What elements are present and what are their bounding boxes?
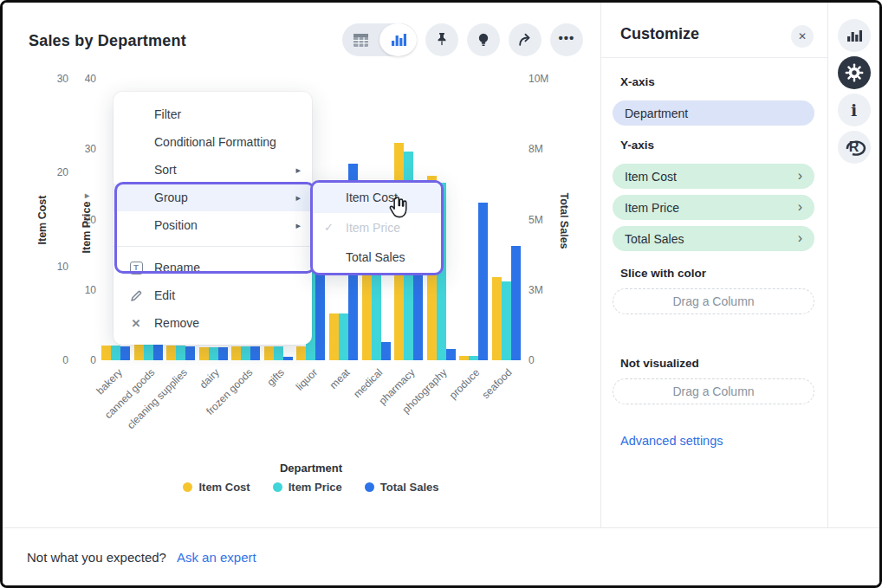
bar-item-price-canned-goods[interactable] <box>144 345 153 360</box>
more-ellipsis-icon: ••• <box>559 30 575 50</box>
bar-item-cost-dairy[interactable] <box>199 347 209 360</box>
bar-total-sales-seafood[interactable] <box>511 246 521 360</box>
chevron-right-icon: › <box>798 200 802 216</box>
bar-total-sales-cleaning-supplies[interactable] <box>185 346 195 360</box>
y-axis-pill-total-sales[interactable]: Total Sales› <box>613 226 814 251</box>
bar-item-cost-gifts[interactable] <box>264 346 274 360</box>
bar-item-cost-frozen-goods[interactable] <box>231 346 241 360</box>
share-icon <box>516 31 534 48</box>
bar-item-price-frozen-goods[interactable] <box>241 346 250 360</box>
advanced-settings-link[interactable]: Advanced settings <box>620 434 723 448</box>
submenu-item-label: Total Sales <box>346 250 405 264</box>
tick-label: 8M <box>529 143 543 155</box>
page-title: Sales by Department <box>29 32 186 50</box>
bar-total-sales-medical[interactable] <box>381 342 391 360</box>
footer-question: Not what you expected? <box>27 550 166 565</box>
share-button[interactable] <box>509 23 542 56</box>
slice-color-dropzone[interactable]: Drag a Column <box>613 288 814 314</box>
bar-total-sales-canned-goods[interactable] <box>153 345 163 360</box>
bar-item-price-bakery[interactable] <box>111 346 120 360</box>
bar-total-sales-frozen-goods[interactable] <box>250 346 260 360</box>
legend-item-total-sales[interactable]: Total Sales <box>365 481 439 494</box>
table-view-button[interactable] <box>342 23 379 56</box>
bar-item-cost-produce[interactable] <box>459 356 469 360</box>
menu-item-sort[interactable]: Sort▸ <box>113 156 312 184</box>
bar-item-price-dairy[interactable] <box>209 347 218 360</box>
pin-button[interactable] <box>425 23 458 56</box>
bar-item-price-meat[interactable] <box>339 313 348 360</box>
submenu-arrow-icon: ▸ <box>295 220 301 231</box>
pill-label: Item Price <box>625 201 679 215</box>
bar-total-sales-photography[interactable] <box>446 349 456 360</box>
menu-item-rename[interactable]: TRename <box>113 254 312 281</box>
submenu-arrow-icon: ▸ <box>295 165 301 176</box>
bar-item-price-produce[interactable] <box>469 356 478 360</box>
menu-item-conditional-formatting[interactable]: Conditional Formatting <box>113 128 312 156</box>
rail-settings-button[interactable] <box>838 56 871 89</box>
legend-dot-icon <box>183 482 192 492</box>
panel-divider <box>601 57 827 58</box>
checkmark-icon: ✓ <box>324 221 334 234</box>
legend-item-item-price[interactable]: Item Price <box>273 481 342 494</box>
bar-total-sales-bakery[interactable] <box>120 346 130 360</box>
menu-item-label: Group <box>154 191 188 204</box>
tick-label: 10 <box>85 284 96 296</box>
bar-total-sales-gifts[interactable] <box>283 357 293 360</box>
bar-chart-view-button[interactable] <box>379 23 417 56</box>
remove-x-icon: ✕ <box>132 317 141 330</box>
tick-label: 40 <box>85 73 96 85</box>
bar-item-price-cleaning-supplies[interactable] <box>176 346 185 360</box>
y-axis-pill-item-cost[interactable]: Item Cost› <box>613 164 814 189</box>
tick-label: 0 <box>529 354 535 366</box>
menu-item-edit[interactable]: Edit <box>113 281 312 309</box>
bar-total-sales-produce[interactable] <box>478 203 488 360</box>
menu-item-filter[interactable]: Filter <box>113 100 312 128</box>
close-panel-button[interactable]: ✕ <box>791 25 814 48</box>
rail-info-button[interactable]: i <box>838 94 871 126</box>
submenu-item-item-cost[interactable]: Item Cost <box>313 183 441 213</box>
bar-item-cost-bakery[interactable] <box>101 346 111 360</box>
lightbulb-icon <box>475 31 492 48</box>
bar-total-sales-dairy[interactable] <box>218 347 228 360</box>
chevron-right-icon: › <box>798 231 802 247</box>
menu-item-position[interactable]: Position▸ <box>113 211 312 239</box>
total-sales-axis-title: Total Sales <box>558 192 570 249</box>
menu-item-remove[interactable]: ✕Remove <box>113 309 312 337</box>
menu-item-label: Position <box>154 218 198 232</box>
bar-item-cost-liquor[interactable] <box>296 346 306 360</box>
customize-panel: Customize ✕ X-axis Department Y-axis Ite… <box>600 3 827 527</box>
menu-item-label: Filter <box>154 107 181 121</box>
legend-dot-icon <box>273 482 282 492</box>
x-axis-title: Department <box>100 462 522 475</box>
bar-item-cost-meat[interactable] <box>329 313 339 360</box>
item-price-axis-title[interactable]: Item Price▸ <box>81 194 93 254</box>
menu-item-group[interactable]: Group▸ <box>113 184 312 211</box>
bar-group-seafood[interactable] <box>490 79 522 360</box>
bar-item-cost-canned-goods[interactable] <box>134 345 144 360</box>
menu-item-label: Edit <box>154 288 175 302</box>
tick-label: 10M <box>529 73 548 85</box>
x-axis-column-pill[interactable]: Department <box>613 100 814 126</box>
more-options-button[interactable]: ••• <box>550 23 583 56</box>
footer-bar: Not what you expected? Ask an expert <box>3 527 879 585</box>
menu-item-label: Conditional Formatting <box>154 135 276 149</box>
bar-item-price-seafood[interactable] <box>502 281 511 360</box>
submenu-item-total-sales[interactable]: Total Sales <box>313 242 441 273</box>
view-toggle[interactable] <box>342 23 417 56</box>
bar-item-cost-seafood[interactable] <box>492 277 502 360</box>
rail-chart-button[interactable] <box>838 19 871 52</box>
bar-group-produce[interactable] <box>457 79 490 360</box>
not-visualized-label: Not visualized <box>620 357 699 370</box>
not-visualized-dropzone[interactable]: Drag a Column <box>613 378 814 404</box>
rail-r-logo-button[interactable]: R <box>838 131 871 164</box>
bar-item-price-gifts[interactable] <box>274 346 283 360</box>
legend-item-item-cost[interactable]: Item Cost <box>183 481 250 494</box>
ask-an-expert-link[interactable]: Ask an expert <box>177 550 256 565</box>
tick-label: 30 <box>85 143 96 155</box>
bar-item-cost-cleaning-supplies[interactable] <box>166 346 176 360</box>
main-area: Sales by Department <box>3 3 879 527</box>
y-axis-pill-item-price[interactable]: Item Price› <box>613 195 814 220</box>
insights-button[interactable] <box>467 23 500 56</box>
bar-chart-view-icon <box>391 33 406 47</box>
axis-context-arrow-icon: ▸ <box>85 191 89 201</box>
